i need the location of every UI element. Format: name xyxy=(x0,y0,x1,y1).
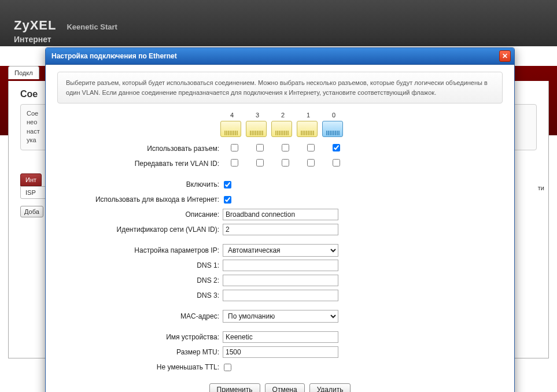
brand-logo: ZyXEL xyxy=(14,18,56,33)
ethernet-port-icon xyxy=(220,121,241,137)
description-label: Описание: xyxy=(57,210,223,219)
use-port-checkbox-port-2[interactable] xyxy=(282,144,289,151)
vlan-id-input[interactable] xyxy=(223,224,338,235)
vlan-id-label: Идентификатор сети (VLAN ID): xyxy=(57,225,223,234)
apply-button[interactable]: Применить xyxy=(209,383,260,392)
port-2[interactable]: 2 xyxy=(271,112,294,137)
ip-config-label: Настройка параметров IP: xyxy=(57,246,223,254)
description-input[interactable] xyxy=(223,209,338,220)
vlan-tag-checkbox-port-0[interactable] xyxy=(333,159,340,167)
dns1-label: DNS 1: xyxy=(57,261,223,269)
ethernet-port-icon xyxy=(297,121,318,137)
port-number-label: 2 xyxy=(271,112,294,119)
enable-checkbox[interactable] xyxy=(224,181,231,188)
use-port-checkbox-port-1[interactable] xyxy=(307,144,315,151)
section-title: Интернет xyxy=(14,35,51,44)
ethernet-config-dialog: Настройка подключения по Ethernet ✕ Выбе… xyxy=(45,47,515,392)
hint-text: Выберите разъем, который будет использов… xyxy=(57,72,503,103)
ethernet-port-icon xyxy=(246,121,267,137)
bg-add-button[interactable]: Доба xyxy=(20,206,43,217)
mtu-label: Размер MTU: xyxy=(57,348,223,356)
device-name-input[interactable] xyxy=(223,331,338,343)
port-1[interactable]: 1 xyxy=(297,112,320,137)
dialog-title: Настройка подключения по Ethernet xyxy=(51,52,499,60)
port-4[interactable]: 4 xyxy=(220,112,244,137)
dns3-label: DNS 3: xyxy=(57,291,223,299)
device-name-label: Имя устройства: xyxy=(57,333,223,341)
vlan-tag-checkbox-port-4[interactable] xyxy=(231,159,238,167)
vlan-tag-checkbox-port-3[interactable] xyxy=(256,159,264,167)
port-number-label: 3 xyxy=(246,112,269,119)
model-name: Keenetic Start xyxy=(67,23,117,31)
use-internet-label: Использовать для выхода в Интернет: xyxy=(57,195,223,204)
port-3[interactable]: 3 xyxy=(246,112,269,137)
mtu-input[interactable] xyxy=(223,346,338,358)
ip-config-select[interactable]: Автоматическая xyxy=(223,244,338,257)
cancel-button[interactable]: Отмена xyxy=(265,383,305,392)
dns2-input[interactable] xyxy=(223,275,338,286)
vlan-tag-label: Передавать теги VLAN ID: xyxy=(57,160,223,168)
enable-label: Включить: xyxy=(57,180,223,188)
dns2-label: DNS 2: xyxy=(57,276,223,284)
use-port-checkbox-port-0[interactable] xyxy=(333,144,340,151)
vlan-tag-checkbox-port-1[interactable] xyxy=(307,159,315,167)
use-port-checkbox-port-4[interactable] xyxy=(231,144,238,151)
app-header: ZyXEL Keenetic Start Интернет xyxy=(0,0,557,46)
use-port-checkbox-port-3[interactable] xyxy=(256,144,264,151)
ethernet-port-icon xyxy=(271,121,292,137)
ttl-checkbox[interactable] xyxy=(224,364,231,371)
dialog-titlebar[interactable]: Настройка подключения по Ethernet ✕ xyxy=(46,48,514,65)
use-internet-checkbox[interactable] xyxy=(224,196,231,204)
dns3-input[interactable] xyxy=(223,290,338,301)
port-0[interactable]: 0 xyxy=(322,112,345,137)
bg-edge-text: ти xyxy=(538,184,544,191)
use-port-label: Использовать разъем: xyxy=(57,145,223,153)
bg-tag: Инт xyxy=(20,173,42,186)
port-number-label: 0 xyxy=(322,112,345,119)
ethernet-port-icon xyxy=(322,121,343,137)
mac-label: MAC-адрес: xyxy=(57,312,223,320)
dns1-input[interactable] xyxy=(223,260,338,271)
port-selector-row: 43210 xyxy=(220,112,503,137)
bg-tab[interactable]: Подкл xyxy=(8,66,39,79)
mac-select[interactable]: По умолчанию xyxy=(223,310,338,323)
port-number-label: 1 xyxy=(297,112,320,119)
vlan-tag-checkbox-port-2[interactable] xyxy=(282,159,289,167)
delete-button[interactable]: Удалить xyxy=(309,383,351,392)
port-number-label: 4 xyxy=(220,112,244,119)
ttl-label: Не уменьшать TTL: xyxy=(57,363,223,371)
close-icon[interactable]: ✕ xyxy=(499,50,511,62)
